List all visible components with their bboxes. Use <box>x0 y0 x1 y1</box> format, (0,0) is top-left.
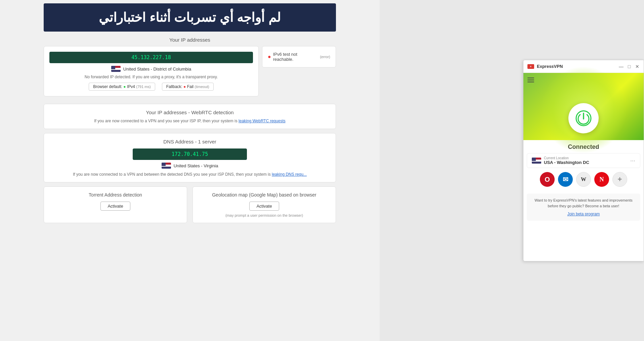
fallback-label: Fallback: <box>166 84 182 89</box>
arabic-banner: لم أواجه أي تسربات أثناء اختباراتي <box>44 3 336 32</box>
power-button[interactable] <box>568 103 599 133</box>
dns-ip-display: 172.70.41.75 <box>133 148 247 160</box>
browser-default-pill: Browser default: ● IPv4 (791 ms) <box>89 83 155 91</box>
fail-time: (timeout) <box>195 85 209 89</box>
outlook-icon: ✉ <box>563 175 568 183</box>
vpn-title-left: e ExpressVPN <box>527 64 563 69</box>
hamburger-menu[interactable] <box>527 76 534 84</box>
ipv4-label: IPv4 <box>127 84 135 89</box>
test-results: Browser default: ● IPv4 (791 ms) Fallbac… <box>49 83 253 91</box>
fallback-pill: Fallback: ● Fail (timeout) <box>162 83 214 91</box>
ip-section-title: Your IP addresses <box>44 37 336 43</box>
dns-location-text: United States - Virginia <box>174 163 218 168</box>
dns-desc-text: If you are now connected to a VPN and be… <box>73 172 271 177</box>
add-icon: + <box>618 175 622 184</box>
app-title: ExpressVPN <box>537 64 563 69</box>
webrtc-link[interactable]: leaking WebRTC requests <box>239 119 286 123</box>
ipv6-error: (error) <box>320 55 330 59</box>
dns-location-row: United States - Virginia <box>51 163 329 169</box>
ipv6-card: ● IPv6 test not reachable. (error) <box>262 46 336 68</box>
logo-box: e <box>527 64 534 69</box>
expressvpn-logo: e <box>527 64 534 69</box>
wikipedia-shortcut[interactable]: W <box>576 172 591 187</box>
add-shortcut[interactable]: + <box>612 172 627 187</box>
dns-link[interactable]: leaking DNS requ... <box>272 172 307 177</box>
torrent-card: Torrent Address detection Activate <box>44 186 187 223</box>
browser-default-label: Browser default: <box>93 84 122 89</box>
bottom-cards: Torrent Address detection Activate Geolo… <box>44 186 336 223</box>
ipv4-dot: ● <box>123 84 126 89</box>
dns-flag <box>162 163 171 169</box>
power-button-container <box>568 103 599 133</box>
torrent-activate-button[interactable]: Activate <box>100 202 130 211</box>
location-left: Current Location USA - Washington DC <box>532 156 589 165</box>
outlook-shortcut[interactable]: ✉ <box>558 172 573 187</box>
dns-title: DNS Address - 1 server <box>51 139 329 144</box>
ipv4-time: (791 ms) <box>136 85 151 89</box>
beta-link[interactable]: Join beta program <box>567 212 600 216</box>
location-flag <box>532 158 541 164</box>
location-info: Current Location USA - Washington DC <box>544 156 589 165</box>
fail-label: Fail <box>187 84 194 89</box>
ip-location-text: United States - District of Columbia <box>123 67 191 72</box>
logo-e: e <box>530 65 531 68</box>
proxy-note: No forwarded IP detected. If you are usi… <box>49 75 253 79</box>
netflix-shortcut[interactable]: N <box>594 172 609 187</box>
minimize-button[interactable]: — <box>619 64 624 69</box>
hamburger-line-2 <box>527 80 534 80</box>
close-button[interactable]: ✕ <box>635 64 640 69</box>
webrtc-section: Your IP addresses - WebRTC detection If … <box>44 104 336 129</box>
power-icon <box>575 110 592 127</box>
ip-main-card: 45.132.227.18 United States - District o… <box>44 46 259 96</box>
us-flag <box>111 66 121 72</box>
webrtc-desc-text: If you are now connected to a VPN and yo… <box>94 119 237 123</box>
location-options-button[interactable]: ··· <box>630 157 635 164</box>
hamburger-line-1 <box>527 78 534 78</box>
opera-icon: O <box>545 176 550 183</box>
location-row[interactable]: Current Location USA - Washington DC ··· <box>527 153 640 168</box>
torrent-title: Torrent Address detection <box>51 192 180 198</box>
arabic-text: لم أواجه أي تسربات أثناء اختباراتي <box>99 10 281 25</box>
hamburger-line-3 <box>527 82 534 82</box>
expressvpn-panel: e ExpressVPN — □ ✕ <box>523 60 644 261</box>
location-name: USA - Washington DC <box>544 160 589 165</box>
ip-address-display: 45.132.227.18 <box>49 52 253 63</box>
dns-section: DNS Address - 1 server 172.70.41.75 Unit… <box>44 133 336 182</box>
window-controls: — □ ✕ <box>619 64 640 69</box>
geolocation-note: (may prompt a user permission on the bro… <box>200 213 329 217</box>
ipv6-dot: ● <box>268 54 271 60</box>
netflix-icon: N <box>600 176 604 183</box>
fail-dot: ● <box>183 84 186 89</box>
shortcuts-row: O ✉ W N + <box>523 168 644 191</box>
wikipedia-icon: W <box>581 176 586 182</box>
current-location-label: Current Location <box>544 156 589 160</box>
opera-shortcut[interactable]: O <box>540 172 555 187</box>
main-browser-content: لم أواجه أي تسربات أثناء اختباراتي Your … <box>0 0 380 341</box>
dns-desc: If you are now connected to a VPN and be… <box>51 172 329 177</box>
geolocation-title: Geolocation map (Google Map) based on br… <box>200 192 329 198</box>
geolocation-activate-button[interactable]: Activate <box>249 202 279 211</box>
ipv6-text: IPv6 test not reachable. <box>273 52 318 62</box>
beta-section: Want to try ExpressVPN's latest features… <box>527 194 640 221</box>
geolocation-card: Geolocation map (Google Map) based on br… <box>192 186 336 223</box>
ip-location-row: United States - District of Columbia <box>49 66 253 72</box>
vpn-body: Connected Current Location USA - Washing… <box>523 140 644 261</box>
vpn-header <box>523 73 644 140</box>
beta-text: Want to try ExpressVPN's latest features… <box>531 198 636 209</box>
maximize-button[interactable]: □ <box>627 64 632 69</box>
ip-section: Your IP addresses 45.132.227.18 United S… <box>44 37 336 100</box>
webrtc-title: Your IP addresses - WebRTC detection <box>51 110 329 115</box>
webrtc-desc: If you are now connected to a VPN and yo… <box>51 119 329 123</box>
